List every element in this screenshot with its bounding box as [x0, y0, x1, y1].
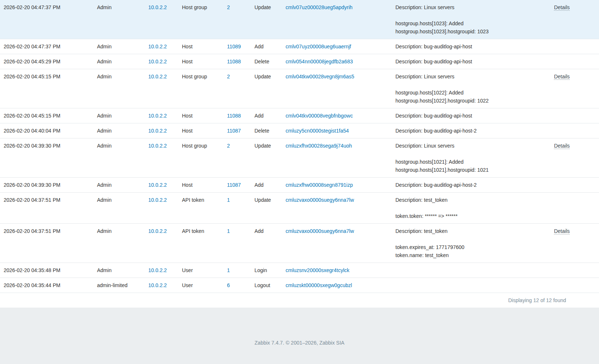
- audit-recordset-id-link[interactable]: cmlv07uz000028ueg5apdyrih: [286, 4, 353, 10]
- audit-resource-id-link[interactable]: 2: [227, 74, 230, 79]
- audit-time: 2026-02-20 04:35:44 PM: [4, 278, 97, 293]
- audit-details-link-cell: [544, 263, 599, 278]
- audit-recordset-id-link[interactable]: cmluzvaxo0000suegy6nna7lw: [286, 228, 354, 234]
- audit-resource-id-link[interactable]: 11087: [227, 182, 241, 188]
- audit-user: Admin: [97, 193, 148, 223]
- audit-action: Delete: [254, 123, 286, 138]
- audit-description: Description: bug-auditlog-api-host: [395, 42, 540, 51]
- audit-resource: Host: [182, 54, 227, 69]
- audit-resource: User: [182, 263, 227, 278]
- audit-details-link-cell: [544, 123, 599, 138]
- details-toggle-link[interactable]: Details: [554, 74, 570, 80]
- audit-time: 2026-02-20 04:40:04 PM: [4, 123, 97, 138]
- audit-log-row: 2026-02-20 04:47:37 PM Admin 10.0.2.2 Ho…: [0, 0, 599, 39]
- audit-resource: Host group: [182, 69, 227, 108]
- audit-user: Admin: [97, 39, 148, 54]
- audit-details-cell: Description: bug-auditlog-api-host-2: [395, 178, 544, 192]
- audit-time: 2026-02-20 04:45:15 PM: [4, 108, 97, 123]
- audit-resource-id-link[interactable]: 11089: [227, 44, 241, 49]
- audit-recordset-id-link[interactable]: cmlv07uyz00008ueg6uaernjf: [286, 44, 351, 49]
- audit-recordset-id-link[interactable]: cmlv04tkv00008vegbfnbgowc: [286, 113, 353, 119]
- audit-ip-link[interactable]: 10.0.2.2: [148, 44, 167, 49]
- audit-log-row: 2026-02-20 04:37:51 PM Admin 10.0.2.2 AP…: [0, 224, 599, 263]
- audit-log-row: 2026-02-20 04:45:15 PM Admin 10.0.2.2 Ho…: [0, 69, 599, 108]
- audit-action: Add: [254, 39, 286, 54]
- audit-log-row: 2026-02-20 04:45:29 PM Admin 10.0.2.2 Ho…: [0, 54, 599, 69]
- audit-details-cell: [395, 278, 544, 293]
- audit-recordset-id-link[interactable]: cmlv04tkw00028vegn8jm6as5: [286, 74, 354, 79]
- zabbix-copyright-link[interactable]: Zabbix 7.4.7. © 2001–2026, Zabbix SIA: [254, 340, 344, 346]
- audit-details-link-cell: [544, 54, 599, 69]
- audit-time: 2026-02-20 04:45:29 PM: [4, 54, 97, 69]
- audit-resource: Host: [182, 39, 227, 54]
- audit-ip-link[interactable]: 10.0.2.2: [148, 182, 167, 188]
- audit-changes: hostgroup.hosts[1023]: Added hostgroup.h…: [395, 19, 540, 36]
- audit-resource-id-link[interactable]: 2: [227, 143, 230, 149]
- audit-user: Admin: [97, 123, 148, 138]
- details-toggle-link[interactable]: Details: [554, 143, 570, 149]
- audit-changes: token.token: ****** => ******: [395, 212, 540, 220]
- audit-resource: API token: [182, 224, 227, 263]
- audit-action: Add: [254, 178, 286, 192]
- audit-ip-link[interactable]: 10.0.2.2: [148, 282, 167, 288]
- audit-user: Admin: [97, 69, 148, 108]
- audit-time: 2026-02-20 04:35:48 PM: [4, 263, 97, 278]
- audit-description: Description: test_token: [395, 196, 540, 204]
- audit-recordset-id-link[interactable]: cmluzxfhw00008segn8791izp: [286, 182, 353, 188]
- audit-time: 2026-02-20 04:47:37 PM: [4, 0, 97, 39]
- audit-resource-id-link[interactable]: 11088: [227, 113, 241, 119]
- audit-details-link-cell: [544, 39, 599, 54]
- audit-recordset-id-link[interactable]: cmluzsnv20000sxegr4tcylck: [286, 267, 349, 273]
- audit-resource-id-link[interactable]: 11087: [227, 128, 241, 134]
- audit-resource: Host: [182, 123, 227, 138]
- audit-ip-link[interactable]: 10.0.2.2: [148, 113, 167, 119]
- details-toggle-link[interactable]: Details: [554, 4, 570, 11]
- audit-details-cell: Description: test_token token.expires_at…: [395, 224, 544, 263]
- audit-details-link-cell: Details: [544, 138, 599, 177]
- audit-ip-link[interactable]: 10.0.2.2: [148, 4, 167, 10]
- audit-ip-link[interactable]: 10.0.2.2: [148, 267, 167, 273]
- audit-resource-id-link[interactable]: 6: [227, 282, 230, 288]
- audit-resource-id-link[interactable]: 1: [227, 197, 230, 203]
- audit-recordset-id-link[interactable]: cmluzy5cn0000stegist1fa54: [286, 128, 349, 134]
- audit-action: Update: [254, 138, 286, 177]
- audit-resource-id-link[interactable]: 11088: [227, 59, 241, 64]
- audit-recordset-id-link[interactable]: cmluzvaxo0000suegy6nna7lw: [286, 197, 354, 203]
- audit-ip-link[interactable]: 10.0.2.2: [148, 197, 167, 203]
- audit-recordset-id-link[interactable]: cmlv054nn00008jegdfb2a683: [286, 59, 353, 64]
- audit-details-cell: [395, 263, 544, 278]
- audit-time: 2026-02-20 04:37:51 PM: [4, 193, 97, 223]
- audit-ip-link[interactable]: 10.0.2.2: [148, 59, 167, 64]
- audit-log-row: 2026-02-20 04:37:51 PM Admin 10.0.2.2 AP…: [0, 193, 599, 224]
- details-toggle-link[interactable]: Details: [554, 228, 570, 234]
- audit-details-cell: Description: bug-auditlog-api-host: [395, 54, 544, 69]
- audit-action: Update: [254, 0, 286, 39]
- audit-description: Description: bug-auditlog-api-host-2: [395, 127, 540, 135]
- audit-ip-link[interactable]: 10.0.2.2: [148, 228, 167, 234]
- audit-changes: hostgroup.hosts[1022]: Added hostgroup.h…: [395, 89, 540, 105]
- audit-description: Description: bug-auditlog-api-host-2: [395, 181, 540, 189]
- audit-ip-link[interactable]: 10.0.2.2: [148, 74, 167, 79]
- audit-action: Add: [254, 108, 286, 123]
- audit-user: Admin: [97, 178, 148, 192]
- audit-details-cell: Description: bug-auditlog-api-host: [395, 39, 544, 54]
- page-footer: Zabbix 7.4.7. © 2001–2026, Zabbix SIA: [0, 308, 599, 360]
- audit-time: 2026-02-20 04:45:15 PM: [4, 69, 97, 108]
- audit-ip-link[interactable]: 10.0.2.2: [148, 143, 167, 149]
- audit-log-table: 2026-02-20 04:47:37 PM Admin 10.0.2.2 Ho…: [0, 0, 599, 308]
- audit-resource-id-link[interactable]: 1: [227, 228, 230, 234]
- audit-resource-id-link[interactable]: 2: [227, 4, 230, 10]
- audit-changes: token.expires_at: 1771797600 token.name:…: [395, 243, 540, 259]
- audit-details-cell: Description: Linux servers hostgroup.hos…: [395, 0, 544, 39]
- audit-details-link-cell: Details: [544, 224, 599, 263]
- audit-ip-link[interactable]: 10.0.2.2: [148, 128, 167, 134]
- audit-action: Login: [254, 263, 286, 278]
- audit-user: Admin: [97, 224, 148, 263]
- audit-time: 2026-02-20 04:47:37 PM: [4, 39, 97, 54]
- audit-user: Admin: [97, 54, 148, 69]
- audit-recordset-id-link[interactable]: cmluzskt00000sxegw0gcubzl: [286, 282, 352, 288]
- audit-action: Update: [254, 69, 286, 108]
- audit-recordset-id-link[interactable]: cmluzxfhx00028sega9j74uoh: [286, 143, 352, 149]
- audit-resource-id-link[interactable]: 1: [227, 267, 230, 273]
- audit-action: Delete: [254, 54, 286, 69]
